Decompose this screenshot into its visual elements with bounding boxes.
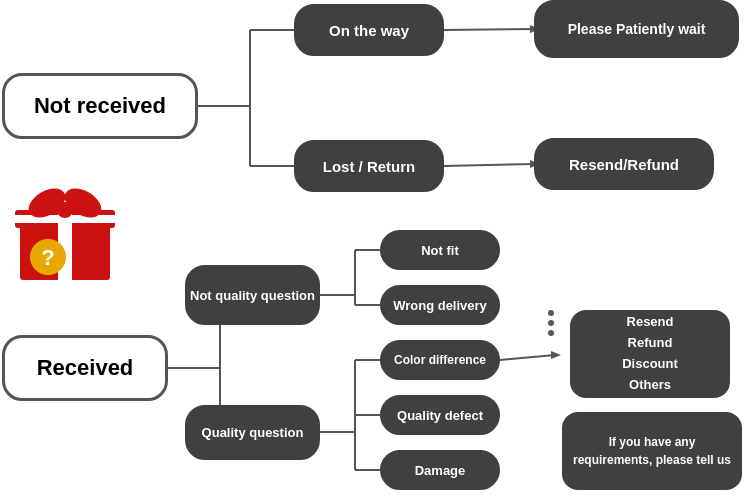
wrong-delivery-node: Wrong delivery [380, 285, 500, 325]
svg-point-32 [57, 202, 73, 218]
received-node: Received [2, 335, 168, 401]
resend-refund-top-node: Resend/Refund [534, 138, 714, 190]
quality-question-node: Quality question [185, 405, 320, 460]
color-difference-node: Color difference [380, 340, 500, 380]
please-wait-node: Please Patiently wait [534, 0, 739, 58]
svg-text:?: ? [41, 245, 54, 270]
not-fit-node: Not fit [380, 230, 500, 270]
lost-return-node: Lost / Return [294, 140, 444, 192]
svg-line-5 [444, 29, 534, 30]
resend-options-node: Resend Refund Discount Others [570, 310, 730, 398]
diagram: Not received On the way Please Patiently… [0, 0, 750, 500]
damage-node: Damage [380, 450, 500, 490]
dots-separator [548, 310, 554, 336]
not-quality-node: Not quality question [185, 265, 320, 325]
gift-icon: ? [10, 175, 120, 285]
not-received-node: Not received [2, 73, 198, 139]
svg-line-24 [500, 355, 555, 360]
svg-marker-25 [551, 351, 561, 359]
requirements-node: If you have any requirements, please tel… [562, 412, 742, 490]
on-the-way-node: On the way [294, 4, 444, 56]
svg-line-7 [444, 164, 534, 166]
quality-defect-node: Quality defect [380, 395, 500, 435]
